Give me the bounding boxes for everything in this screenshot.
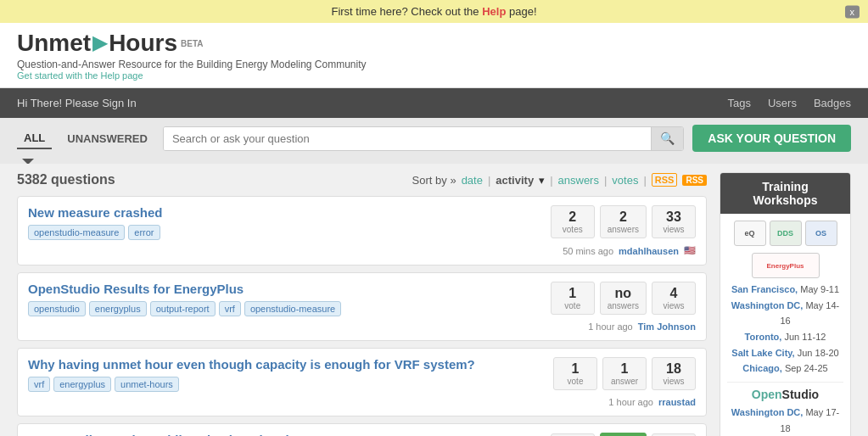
sponsor-logo-eq[interactable]: eQ [734, 221, 766, 246]
views-cell: 18 views [652, 357, 696, 390]
tag[interactable]: vrf [28, 377, 50, 392]
rss-label: RSS [652, 173, 678, 187]
votes-cell: 1 vote [551, 282, 595, 315]
rss-icon: RSS [682, 175, 707, 186]
sort-area: Sort by » date | activity ▾ | answers | … [412, 173, 707, 187]
question-stats: 2 votes 2 answers 33 views [551, 205, 696, 238]
answers-cell: 1 answer [602, 357, 647, 390]
nav-bar: Hi There! Please Sign In Tags Users Badg… [0, 88, 868, 118]
tag[interactable]: output-report [150, 301, 216, 316]
ep-event-dc[interactable]: Washington DC, May 14-16 [727, 298, 843, 329]
logo-area: Unmet ▶ Hours BETA Question-and-Answer R… [17, 30, 367, 81]
tag[interactable]: energyplus [89, 301, 147, 316]
tags-row: openstudio energyplus output-report vrf … [28, 301, 540, 316]
get-started-link[interactable]: Get started with the Help page [17, 70, 367, 81]
tag[interactable]: unmet-hours [115, 377, 179, 392]
sort-dropdown-icon[interactable]: ▾ [539, 174, 545, 187]
tab-all[interactable]: ALL [17, 128, 52, 149]
question-item: 1 vote 1 answer 18 views Why having unme… [17, 348, 707, 416]
tags-row: openstudio-measure error [28, 225, 540, 240]
tag[interactable]: openstudio-measure [28, 225, 125, 240]
question-item: 1 vote no answers 4 views OpenStudio Res… [17, 272, 707, 341]
search-bar: ALL UNANSWERED 🔍 ASK YOUR QUESTION [0, 118, 868, 159]
users-link[interactable]: Users [768, 88, 797, 118]
site-logo: Unmet ▶ Hours BETA [17, 30, 367, 57]
views-cell: 33 views [652, 205, 696, 238]
logo-text-2: Hours [109, 30, 177, 57]
logo-arrow-icon: ▶ [92, 32, 107, 54]
meta-time: 1 hour ago [588, 321, 633, 332]
ep-event-chicago[interactable]: Chicago, Sep 24-25 [727, 361, 843, 377]
tagline: Question-and-Answer Resource for the Bui… [17, 59, 367, 70]
tab-unanswered[interactable]: UNANSWERED [60, 129, 154, 148]
sidebar-title: Training Workshops [720, 173, 850, 214]
meta-user[interactable]: mdahlhausen [619, 246, 679, 256]
tag[interactable]: energyplus [53, 377, 111, 392]
ep-event-sf[interactable]: San Francisco, May 9-11 [727, 282, 843, 298]
votes-cell: 2 votes [551, 205, 595, 238]
sidebar-box: Training Workshops eQ DDS OS EnergyPlus … [720, 172, 851, 436]
question-stats: 1 vote 1 answer 18 views [553, 357, 696, 390]
banner-text: First time here? Check out the Help page… [331, 5, 536, 18]
sponsor-logo-dds[interactable]: DDS [770, 221, 802, 246]
search-button[interactable]: 🔍 [651, 127, 683, 150]
votes-cell: 2 votes [551, 433, 595, 437]
answers-cell: 2 ✓ answers [600, 433, 647, 436]
tags-row: vrf energyplus unmet-hours [28, 377, 543, 392]
questions-count: 5382 questions [17, 172, 115, 187]
meta-time: 50 mins ago [563, 246, 613, 256]
question-meta: 1 hour ago Tim Johnson [28, 321, 696, 332]
nav-left: Hi There! Please Sign In [17, 88, 137, 118]
sponsor-logos: eQ DDS OS [727, 221, 843, 246]
tag[interactable]: error [128, 225, 160, 240]
tag[interactable]: openstudio [28, 301, 86, 316]
logo-text-1: Unmet [17, 30, 91, 57]
views-cell: 4 views [652, 282, 696, 315]
openstudio-logo: OpenStudio [727, 388, 843, 401]
os-event-dc[interactable]: Washington DC, May 17-18 [727, 405, 843, 436]
sort-votes-link[interactable]: votes [612, 174, 638, 187]
sponsor-logo-os[interactable]: OS [805, 221, 837, 246]
answers-cell: 2 answers [600, 205, 647, 238]
question-meta: 1 hour ago rraustad [28, 397, 696, 407]
ep-event-toronto[interactable]: Toronto, Jun 11-12 [727, 329, 843, 345]
search-input-wrap: 🔍 [163, 126, 684, 151]
views-cell: 37 views [652, 433, 696, 437]
search-input[interactable] [164, 127, 651, 150]
question-meta: 50 mins ago mdahlhausen 🇺🇸 [28, 245, 696, 256]
top-banner: First time here? Check out the Help page… [0, 0, 868, 23]
question-item: 2 votes 2 ✓ answers 37 views OpenStudio … [17, 423, 707, 436]
questions-main: 5382 questions Sort by » date | activity… [17, 164, 707, 436]
beta-badge: BETA [181, 39, 203, 48]
tags-link[interactable]: Tags [727, 88, 750, 118]
content-wrap: 5382 questions Sort by » date | activity… [0, 164, 868, 436]
user-flag: 🇺🇸 [684, 245, 696, 256]
tag[interactable]: vrf [219, 301, 241, 316]
question-item: 2 votes 2 answers 33 views New measure c… [17, 196, 707, 266]
meta-user[interactable]: Tim Johnson [638, 321, 696, 332]
meta-time: 1 hour ago [608, 397, 653, 407]
sort-label: Sort by » [412, 174, 456, 187]
sidebar: Training Workshops eQ DDS OS EnergyPlus … [707, 164, 851, 436]
os-workshop-links: Washington DC, May 17-18 Toronto, Jun 13… [727, 405, 843, 436]
ask-question-button[interactable]: ASK YOUR QUESTION [692, 125, 851, 152]
banner-close-button[interactable]: x [845, 5, 860, 18]
sign-in-link[interactable]: Hi There! Please Sign In [17, 88, 137, 118]
divider [727, 382, 843, 383]
nav-right: Tags Users Badges [727, 88, 851, 118]
sort-activity-label: activity [496, 174, 534, 187]
badges-link[interactable]: Badges [814, 88, 851, 118]
tag[interactable]: openstudio-measure [244, 301, 341, 316]
ep-event-slc[interactable]: Salt Lake City, Jun 18-20 [727, 345, 843, 361]
questions-header: 5382 questions Sort by » date | activity… [17, 172, 707, 187]
ep-workshop-links: San Francisco, May 9-11 Washington DC, M… [727, 282, 843, 377]
header: Unmet ▶ Hours BETA Question-and-Answer R… [0, 23, 868, 88]
question-stats: 2 votes 2 ✓ answers 37 views [551, 433, 696, 436]
sort-date-link[interactable]: date [462, 174, 483, 187]
sort-answers-link[interactable]: answers [558, 174, 599, 187]
energyplus-logo: EnergyPlus [752, 253, 820, 278]
votes-cell: 1 vote [553, 357, 597, 390]
help-link[interactable]: Help [482, 5, 506, 18]
answers-cell: no answers [600, 282, 647, 315]
meta-user[interactable]: rraustad [658, 397, 696, 407]
